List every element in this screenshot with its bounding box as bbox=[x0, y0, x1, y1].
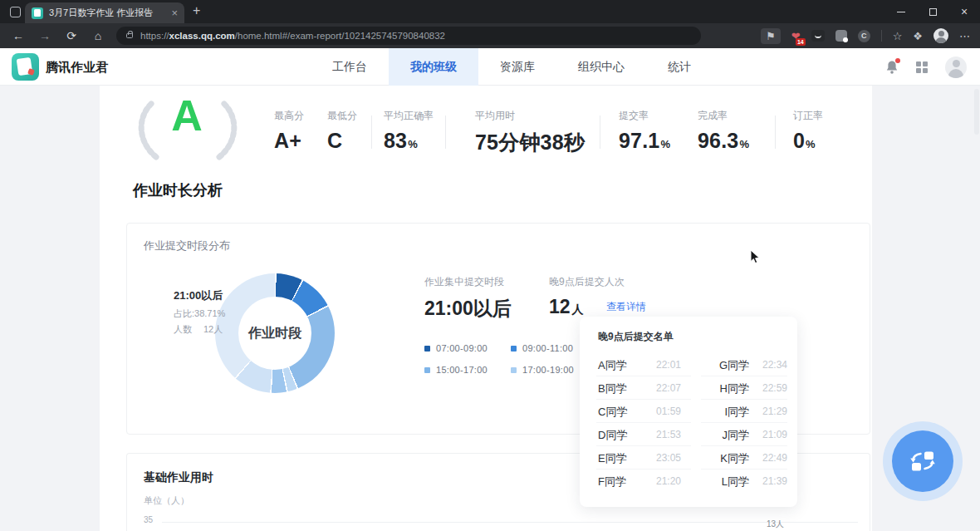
app-logo[interactable] bbox=[12, 53, 39, 81]
nav-item-workbench[interactable]: 工作台 bbox=[311, 48, 389, 86]
new-tab-button[interactable]: + bbox=[193, 3, 200, 18]
switch-view-icon bbox=[892, 430, 953, 492]
user-avatar[interactable] bbox=[945, 57, 967, 78]
student-name: B同学 bbox=[598, 381, 627, 396]
view-details-link[interactable]: 查看详情 bbox=[606, 300, 646, 314]
stat-divider bbox=[371, 116, 372, 149]
popup-title: 晚9点后提交名单 bbox=[598, 330, 674, 344]
address-input[interactable]: https://xclass.qq.com/home.html#/exam-re… bbox=[116, 27, 701, 45]
stat-avg-time: 平均用时75分钟38秒 bbox=[475, 109, 586, 156]
toolbar-divider bbox=[881, 30, 882, 42]
student-row: D同学21:53 J同学21:09 bbox=[580, 423, 797, 446]
stat-avg-accuracy: 平均正确率83% bbox=[384, 109, 434, 153]
browser-profile-avatar[interactable] bbox=[933, 28, 948, 43]
card-title: 作业提交时段分布 bbox=[144, 238, 230, 253]
submit-time: 23:05 bbox=[656, 452, 681, 464]
nav-item-statistics[interactable]: 统计 bbox=[646, 48, 713, 86]
student-name: C同学 bbox=[598, 405, 627, 420]
submit-time: 21:20 bbox=[656, 475, 681, 487]
stat-divider bbox=[600, 116, 600, 149]
collections-icon[interactable]: ❖ bbox=[913, 31, 923, 42]
legend-item-0900-1100[interactable]: 09:00-11:00 bbox=[511, 343, 573, 353]
section-title: 作业时长分析 bbox=[133, 180, 223, 200]
browser-titlebar: 3月7日数字作业 作业报告 × + × bbox=[0, 0, 980, 23]
stat-correction-rate: 订正率0% bbox=[793, 109, 823, 153]
apps-grid-icon[interactable] bbox=[916, 61, 928, 73]
submission-donut-chart[interactable]: 作业时段 bbox=[215, 273, 335, 393]
refresh-icon[interactable]: ⟳ bbox=[58, 23, 85, 48]
extension-c-icon[interactable]: C bbox=[858, 30, 870, 42]
extension-mask-icon[interactable] bbox=[811, 30, 825, 42]
floating-switch-button[interactable] bbox=[883, 421, 963, 501]
student-row: C同学01:59 I同学21:29 bbox=[580, 400, 797, 423]
bookmark-flag-icon[interactable]: ⚑ bbox=[761, 28, 781, 44]
app-header: 腾讯作业君 工作台 我的班级 资源库 组织中心 统计 bbox=[0, 48, 980, 86]
stat-divider bbox=[445, 116, 446, 149]
tab-title: 3月7日数字作业 作业报告 bbox=[49, 7, 166, 19]
page-url: https://xclass.qq.com/home.html#/exam-re… bbox=[140, 31, 445, 41]
legend-item-1700-1900[interactable]: 17:00-19:00 bbox=[511, 365, 574, 375]
donut-callout: 21:00以后 占比:38.71% 人数12人 bbox=[174, 288, 225, 339]
submit-time: 22:49 bbox=[754, 452, 787, 464]
submit-time: 22:59 bbox=[754, 382, 787, 394]
submit-time: 01:59 bbox=[656, 406, 681, 417]
stat-divider bbox=[775, 116, 776, 149]
browser-addressbar: ← → ⟳ ⌂ https://xclass.qq.com/home.html#… bbox=[0, 23, 980, 48]
legend-swatch bbox=[511, 346, 517, 352]
legend-swatch bbox=[424, 346, 430, 352]
student-name: L同学 bbox=[701, 474, 749, 489]
scrollbar-thumb[interactable] bbox=[974, 89, 979, 135]
gridline bbox=[162, 522, 858, 523]
home-icon[interactable]: ⌂ bbox=[85, 23, 111, 48]
nav-item-resources[interactable]: 资源库 bbox=[478, 48, 556, 86]
nav-item-my-class[interactable]: 我的班级 bbox=[389, 48, 478, 86]
student-name: H同学 bbox=[701, 381, 749, 396]
mouse-cursor bbox=[750, 249, 761, 265]
window-maximize-button[interactable] bbox=[917, 0, 948, 23]
legend-swatch bbox=[424, 367, 430, 373]
stat-lowest-score: 最低分C bbox=[327, 109, 357, 153]
notification-bell-icon[interactable] bbox=[885, 60, 899, 75]
student-name: K同学 bbox=[701, 451, 749, 466]
donut-center: 作业时段 bbox=[238, 297, 311, 370]
extension-dot-icon[interactable] bbox=[835, 30, 847, 42]
nav-item-org-center[interactable]: 组织中心 bbox=[556, 48, 646, 86]
student-name: J同学 bbox=[701, 428, 749, 443]
partial-data-label: 13人 bbox=[767, 519, 784, 530]
student-row: B同学22:07 H同学22:59 bbox=[580, 376, 797, 400]
browser-more-icon[interactable]: ⋯ bbox=[959, 31, 970, 42]
late-submission-popup: 晚9点后提交名单 A同学22:01 G同学22:34 B同学22:07 H同学2… bbox=[580, 317, 797, 507]
student-name: E同学 bbox=[598, 451, 627, 466]
y-axis-tick: 35 bbox=[144, 515, 153, 524]
focus-period-group: 作业集中提交时段 21:00以后 bbox=[424, 275, 512, 322]
card-title: 基础作业用时 bbox=[144, 470, 213, 485]
back-icon[interactable]: ← bbox=[5, 23, 32, 48]
legend-item-0700-0900[interactable]: 07:00-09:00 bbox=[424, 343, 488, 353]
main-nav: 工作台 我的班级 资源库 组织中心 统计 bbox=[311, 48, 713, 86]
tab-search-icon[interactable] bbox=[10, 7, 21, 17]
submit-time: 21:53 bbox=[656, 429, 681, 440]
callout-count-value: 12人 bbox=[203, 324, 223, 334]
submit-time: 21:09 bbox=[754, 429, 787, 440]
student-row: A同学22:01 G同学22:34 bbox=[580, 353, 797, 376]
browser-toolbar-icons: ⚑ ❤14 C ☆ ❖ ⋯ bbox=[761, 28, 980, 44]
callout-share: 占比:38.71% bbox=[174, 307, 225, 320]
student-name: G同学 bbox=[701, 358, 749, 373]
submit-time: 22:34 bbox=[754, 359, 787, 371]
submit-time: 21:29 bbox=[754, 406, 787, 417]
extension-badge: 14 bbox=[796, 38, 806, 46]
student-name: A同学 bbox=[598, 358, 627, 373]
student-name: D同学 bbox=[598, 428, 627, 443]
browser-tab[interactable]: 3月7日数字作业 作业报告 × bbox=[25, 2, 184, 23]
favorites-star-icon[interactable]: ☆ bbox=[893, 31, 903, 42]
window-minimize-button[interactable] bbox=[885, 0, 917, 23]
student-row: F同学21:20 L同学21:39 bbox=[580, 470, 797, 493]
legend-item-1500-1700[interactable]: 15:00-17:00 bbox=[424, 365, 488, 375]
callout-period: 21:00以后 bbox=[174, 288, 225, 303]
extension-heart-icon[interactable]: ❤14 bbox=[791, 31, 801, 42]
tab-close-icon[interactable]: × bbox=[171, 7, 178, 18]
window-close-button[interactable]: × bbox=[948, 0, 980, 23]
lock-icon bbox=[126, 33, 133, 38]
forward-icon[interactable]: → bbox=[32, 23, 58, 48]
url-domain: xclass.qq.com bbox=[169, 31, 235, 41]
